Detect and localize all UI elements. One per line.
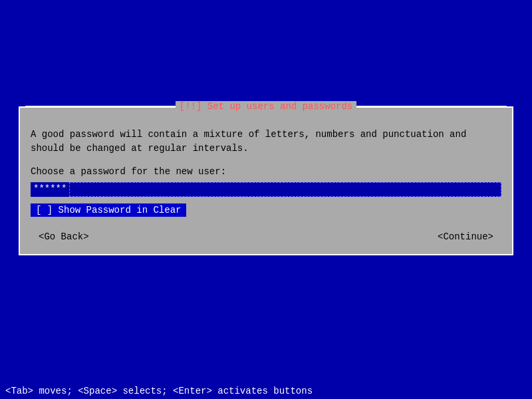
password-asterisks: ****** [31, 182, 69, 197]
prompt-label: Choose a password for the new user: [31, 166, 501, 177]
show-password-label: [ ] Show Password in Clear [36, 205, 181, 215]
button-row: <Go Back> <Continue> [31, 230, 501, 243]
status-bar: <Tab> moves; <Space> selects; <Enter> ac… [0, 383, 532, 399]
password-field[interactable] [69, 182, 501, 197]
dialog-title: [!!] Set up users and passwords [176, 101, 356, 112]
dialog-title-bar: [!!] Set up users and passwords [20, 101, 512, 112]
show-password-checkbox[interactable]: [ ] Show Password in Clear [31, 203, 186, 217]
dialog-wrapper: [!!] Set up users and passwords A good p… [19, 106, 513, 255]
status-text: <Tab> moves; <Space> selects; <Enter> ac… [5, 386, 313, 396]
go-back-button[interactable]: <Go Back> [33, 230, 94, 243]
dialog-body: A good password will contain a mixture o… [20, 117, 512, 254]
title-line-left [25, 106, 176, 107]
continue-button[interactable]: <Continue> [432, 230, 499, 243]
password-input-row: ****** [31, 182, 501, 197]
description-text: A good password will contain a mixture o… [31, 128, 501, 156]
title-line-right [356, 106, 507, 107]
